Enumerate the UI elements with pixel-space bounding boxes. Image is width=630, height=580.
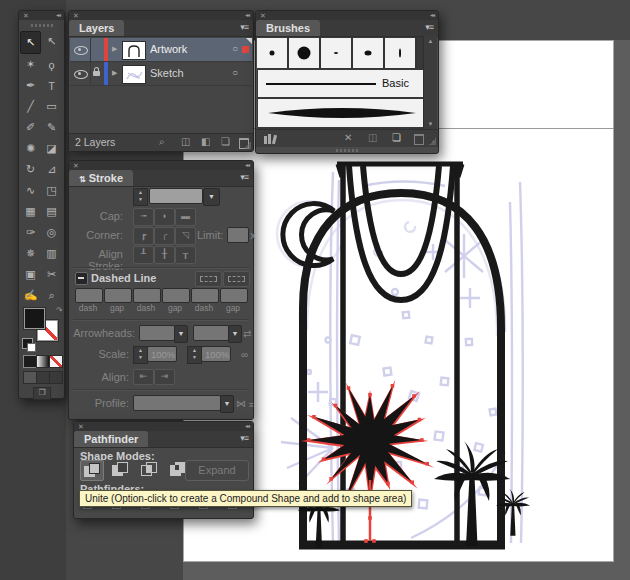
width-tool[interactable]: ∿ <box>20 180 41 201</box>
color-mode-button[interactable] <box>23 355 37 368</box>
panel-menu-icon[interactable]: ▾≡ <box>240 172 248 182</box>
brushes-scrollbar[interactable]: ▲ ▼ <box>423 36 437 129</box>
corner-bevel-button[interactable]: ◹ <box>175 227 196 245</box>
brush-basic-row[interactable]: Basic <box>258 70 425 97</box>
lock-cell[interactable] <box>90 38 105 61</box>
rectangle-tool[interactable]: ▭ <box>41 96 62 117</box>
gradient-tool[interactable]: ▤ <box>41 201 62 222</box>
tab-stroke[interactable]: ⇅ Stroke <box>69 170 133 186</box>
none-mode-button[interactable] <box>49 355 63 368</box>
corner-miter-button[interactable]: ┏ <box>133 227 154 245</box>
gradient-mode-button[interactable] <box>36 355 50 368</box>
brush-swatch-1[interactable] <box>257 38 289 68</box>
stroke-panel[interactable]: ✕ ◂◂ ⇅ Stroke ▾≡ Weight: ▲▼ ▼ Cap: ╼ ◗ ▬… <box>68 160 254 420</box>
new-brush-icon[interactable]: ❏ <box>392 131 401 145</box>
minus-front-button[interactable] <box>109 460 131 479</box>
drag-grip[interactable] <box>31 24 53 27</box>
weight-field[interactable] <box>149 188 203 204</box>
dashed-line-checkbox[interactable] <box>75 272 88 285</box>
screen-mode-button[interactable]: ❐ <box>33 387 51 400</box>
new-layer-icon[interactable]: ❏ <box>221 135 230 149</box>
brushes-panel[interactable]: ✕ ◂◂ Brushes ▾≡ Basic ▲ ▼ ✕ ◫ ❏ <box>255 10 439 154</box>
tab-layers[interactable]: Layers <box>69 20 124 36</box>
draw-behind-button[interactable] <box>36 371 50 384</box>
draw-inside-button[interactable] <box>49 371 63 384</box>
cap-butt-button[interactable]: ╼ <box>133 208 154 226</box>
close-icon[interactable]: ✕ <box>260 11 266 20</box>
preserve-dash-button[interactable] <box>195 271 222 287</box>
collapse-icon[interactable]: ◂◂ <box>430 11 434 20</box>
weight-stepper[interactable]: ▲▼ <box>133 188 148 206</box>
align-outside-button[interactable]: ┰ <box>175 246 196 264</box>
resize-grip[interactable] <box>244 142 251 149</box>
dash-field-2[interactable] <box>133 288 161 303</box>
dash-field-1[interactable] <box>75 288 103 303</box>
tab-pathfinder[interactable]: Pathfinder <box>74 431 148 447</box>
expand-button[interactable]: Expand <box>185 460 249 481</box>
mesh-tool[interactable]: ▦ <box>20 201 41 222</box>
panel-cycle-icon[interactable]: ⇅ <box>79 175 86 184</box>
scale-start-field[interactable]: 100% <box>147 346 177 362</box>
weight-dropdown-icon[interactable]: ▼ <box>203 188 220 206</box>
eyedropper-tool[interactable]: ✑ <box>20 222 41 243</box>
intersect-button[interactable] <box>138 460 160 479</box>
align-center-button[interactable]: ┸ <box>133 246 154 264</box>
fill-swatch[interactable] <box>24 308 45 329</box>
remove-brush-stroke-icon[interactable]: ✕ <box>344 131 352 145</box>
delete-brush-icon[interactable] <box>414 134 424 145</box>
stroke-panel-header[interactable]: ✕ ◂◂ <box>69 161 253 170</box>
scale-start-stepper[interactable]: ▲▼ <box>133 346 148 364</box>
dash-field-3[interactable] <box>191 288 219 303</box>
brushes-panel-header[interactable]: ✕ ◂◂ <box>256 11 438 20</box>
brush-swatch-3[interactable] <box>321 38 353 68</box>
panel-menu-icon[interactable]: ▾≡ <box>425 22 433 32</box>
type-tool[interactable]: T <box>41 75 62 96</box>
selection-tool[interactable]: ↖ <box>20 31 41 54</box>
collapse-icon[interactable]: ◂◂ <box>245 422 249 431</box>
swap-fill-stroke-icon[interactable]: ↷ <box>56 306 63 315</box>
align-arrow-tip-button[interactable]: ⇤ <box>133 369 154 385</box>
brush-swatch-4[interactable] <box>353 38 385 68</box>
slice-tool[interactable]: ✂ <box>41 264 62 285</box>
arrowhead-start-dropdown-icon[interactable]: ▼ <box>174 325 188 343</box>
symbol-sprayer-tool[interactable]: ✵ <box>20 243 41 264</box>
arrowhead-end-field[interactable] <box>193 325 229 341</box>
arrowhead-start-field[interactable] <box>139 325 175 341</box>
locate-object-icon[interactable]: ⌕ <box>159 135 165 149</box>
brush-swatch-2[interactable] <box>289 38 321 68</box>
disclosure-icon[interactable]: ▶ <box>112 69 117 77</box>
pathfinder-panel-header[interactable]: ✕ ◂◂ <box>74 422 253 431</box>
scroll-up-icon[interactable]: ▲ <box>424 38 437 44</box>
collapse-icon[interactable]: ◂◂ <box>245 161 249 170</box>
flip-along-icon[interactable]: ⌅ <box>247 397 255 411</box>
lock-cell[interactable] <box>90 62 105 85</box>
eraser-tool[interactable]: ◪ <box>41 138 62 159</box>
link-scale-icon[interactable]: ∞ <box>241 348 248 362</box>
tab-brushes[interactable]: Brushes <box>256 20 320 36</box>
layers-panel[interactable]: ✕ ◂◂ Layers ▾≡ ▶ Artwork ○ ▶ <box>68 10 254 152</box>
close-icon[interactable]: ✕ <box>73 11 79 20</box>
arrowhead-end-dropdown-icon[interactable]: ▼ <box>228 325 242 343</box>
gap-field-1[interactable] <box>104 288 132 303</box>
visibility-cell[interactable] <box>70 62 91 85</box>
layer-name[interactable]: Artwork <box>150 43 187 55</box>
zoom-tool[interactable]: ⌕ <box>41 285 62 306</box>
eye-icon[interactable] <box>74 70 88 79</box>
collapse-icon[interactable]: ◂◂ <box>56 11 60 20</box>
line-segment-tool[interactable]: ╱ <box>20 96 41 117</box>
pen-tool[interactable]: ✒ <box>20 75 41 96</box>
gap-field-2[interactable] <box>162 288 190 303</box>
selection-indicator[interactable] <box>242 46 249 53</box>
target-circle[interactable]: ○ <box>232 43 238 54</box>
pencil-tool[interactable]: ✎ <box>41 117 62 138</box>
limit-field[interactable] <box>227 227 249 243</box>
gap-field-3[interactable] <box>220 288 248 303</box>
profile-field[interactable] <box>133 395 221 411</box>
close-icon[interactable]: ✕ <box>73 161 79 170</box>
corner-round-button[interactable]: ╭ <box>154 227 175 245</box>
profile-dropdown-icon[interactable]: ▼ <box>220 395 234 413</box>
scale-end-stepper[interactable]: ▲▼ <box>187 346 202 364</box>
layer-thumbnail[interactable] <box>122 65 146 84</box>
magic-wand-tool[interactable]: ✶ <box>20 54 41 75</box>
layer-name[interactable]: Sketch <box>150 67 184 79</box>
